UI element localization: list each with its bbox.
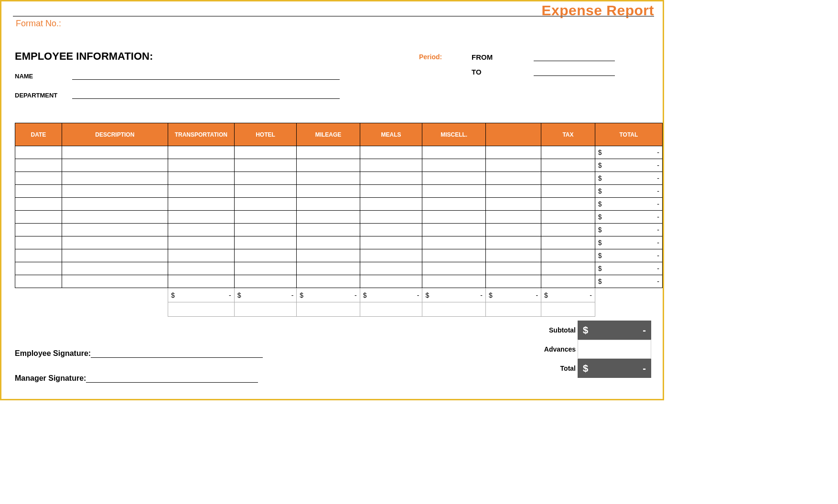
- cell[interactable]: [168, 236, 234, 249]
- cell[interactable]: [62, 275, 168, 288]
- cell[interactable]: [541, 224, 595, 236]
- cell[interactable]: [541, 172, 595, 185]
- cell[interactable]: [541, 185, 595, 198]
- cell[interactable]: [168, 224, 234, 236]
- cell[interactable]: [15, 172, 62, 185]
- cell[interactable]: [297, 185, 360, 198]
- cell[interactable]: [360, 146, 422, 159]
- cell[interactable]: [234, 198, 297, 211]
- cell[interactable]: [62, 198, 168, 211]
- cell[interactable]: [62, 236, 168, 249]
- cell[interactable]: [62, 172, 168, 185]
- advances-cell[interactable]: [578, 340, 651, 359]
- cell[interactable]: [168, 146, 234, 159]
- cell[interactable]: [297, 211, 360, 224]
- cell[interactable]: [422, 185, 485, 198]
- manager-signature-line[interactable]: [86, 375, 258, 383]
- cell[interactable]: [15, 211, 62, 224]
- cell[interactable]: [62, 211, 168, 224]
- cell[interactable]: [15, 262, 62, 275]
- cell[interactable]: [422, 262, 485, 275]
- cell[interactable]: [485, 185, 541, 198]
- cell[interactable]: [422, 211, 485, 224]
- blank-cell[interactable]: [168, 302, 234, 317]
- blank-cell[interactable]: [541, 302, 595, 317]
- cell[interactable]: [62, 159, 168, 172]
- cell[interactable]: [422, 275, 485, 288]
- cell[interactable]: [234, 185, 297, 198]
- cell[interactable]: [168, 159, 234, 172]
- cell[interactable]: [541, 198, 595, 211]
- cell[interactable]: [485, 146, 541, 159]
- cell[interactable]: [485, 198, 541, 211]
- cell[interactable]: [297, 275, 360, 288]
- cell[interactable]: [15, 159, 62, 172]
- blank-cell[interactable]: [234, 302, 297, 317]
- cell[interactable]: [62, 249, 168, 262]
- cell[interactable]: [168, 185, 234, 198]
- cell[interactable]: [360, 185, 422, 198]
- cell[interactable]: [15, 146, 62, 159]
- cell[interactable]: [234, 224, 297, 236]
- cell[interactable]: [234, 249, 297, 262]
- to-input-line[interactable]: [534, 68, 615, 76]
- cell[interactable]: [422, 159, 485, 172]
- blank-cell[interactable]: [297, 302, 360, 317]
- cell[interactable]: [168, 262, 234, 275]
- cell[interactable]: [541, 146, 595, 159]
- cell[interactable]: [360, 249, 422, 262]
- cell[interactable]: [62, 224, 168, 236]
- cell[interactable]: [485, 159, 541, 172]
- cell[interactable]: [234, 275, 297, 288]
- employee-signature-line[interactable]: [91, 350, 263, 358]
- cell[interactable]: [62, 262, 168, 275]
- cell[interactable]: [485, 275, 541, 288]
- cell[interactable]: [541, 211, 595, 224]
- cell[interactable]: [234, 172, 297, 185]
- cell[interactable]: [541, 262, 595, 275]
- cell[interactable]: [541, 249, 595, 262]
- cell[interactable]: [541, 236, 595, 249]
- cell[interactable]: [360, 211, 422, 224]
- cell[interactable]: [15, 224, 62, 236]
- department-input-line[interactable]: [72, 91, 340, 99]
- cell[interactable]: [541, 275, 595, 288]
- cell[interactable]: [360, 198, 422, 211]
- cell[interactable]: [15, 198, 62, 211]
- cell[interactable]: [297, 224, 360, 236]
- cell[interactable]: [422, 224, 485, 236]
- cell[interactable]: [234, 159, 297, 172]
- cell[interactable]: [168, 172, 234, 185]
- from-input-line[interactable]: [534, 54, 615, 61]
- cell[interactable]: [485, 262, 541, 275]
- cell[interactable]: [15, 185, 62, 198]
- cell[interactable]: [297, 198, 360, 211]
- cell[interactable]: [297, 236, 360, 249]
- cell[interactable]: [62, 146, 168, 159]
- cell[interactable]: [297, 249, 360, 262]
- name-input-line[interactable]: [72, 72, 340, 80]
- cell[interactable]: [485, 236, 541, 249]
- cell[interactable]: [485, 211, 541, 224]
- blank-cell[interactable]: [422, 302, 485, 317]
- cell[interactable]: [360, 262, 422, 275]
- blank-cell[interactable]: [485, 302, 541, 317]
- cell[interactable]: [485, 249, 541, 262]
- cell[interactable]: [360, 224, 422, 236]
- cell[interactable]: [360, 236, 422, 249]
- cell[interactable]: [234, 236, 297, 249]
- cell[interactable]: [234, 262, 297, 275]
- cell[interactable]: [360, 159, 422, 172]
- blank-cell[interactable]: [360, 302, 422, 317]
- cell[interactable]: [168, 198, 234, 211]
- cell[interactable]: [297, 262, 360, 275]
- cell[interactable]: [234, 146, 297, 159]
- cell[interactable]: [360, 275, 422, 288]
- cell[interactable]: [15, 236, 62, 249]
- cell[interactable]: [422, 236, 485, 249]
- cell[interactable]: [168, 211, 234, 224]
- cell[interactable]: [168, 275, 234, 288]
- cell[interactable]: [297, 159, 360, 172]
- cell[interactable]: [485, 172, 541, 185]
- cell[interactable]: [297, 146, 360, 159]
